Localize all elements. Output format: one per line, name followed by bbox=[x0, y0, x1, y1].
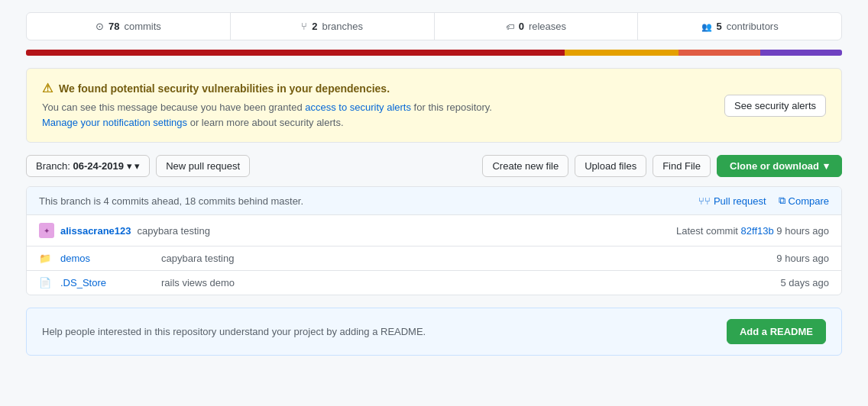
stats-bar: 78 commits 2 branches 0 releases 5 contr… bbox=[26, 12, 842, 40]
alert-body-line2-suffix: or learn more about security alerts. bbox=[187, 117, 343, 128]
alert-body-middle: for this repository. bbox=[411, 102, 492, 113]
commits-count: 78 bbox=[108, 21, 119, 32]
see-security-alerts-button[interactable]: See security alerts bbox=[724, 95, 826, 117]
author-link[interactable]: alissacrane123 bbox=[60, 225, 131, 237]
contributors-label: contributors bbox=[727, 21, 779, 32]
file-name-demos[interactable]: demos bbox=[60, 253, 152, 264]
warning-icon: ⚠ bbox=[42, 81, 53, 95]
commits-stat[interactable]: 78 commits bbox=[27, 13, 231, 40]
notification-settings-link[interactable]: Manage your notification settings bbox=[42, 117, 187, 128]
table-row: 📁 demos capybara testing 9 hours ago bbox=[27, 246, 841, 271]
branch-chevron-icon: ▾ bbox=[127, 160, 141, 172]
new-pull-request-button[interactable]: New pull request bbox=[156, 155, 250, 177]
security-alerts-link[interactable]: access to security alerts bbox=[305, 102, 411, 113]
alert-title: ⚠ We found potential security vulnerabil… bbox=[42, 81, 724, 95]
readme-banner-text: Help people interested in this repositor… bbox=[42, 326, 426, 337]
latest-commit-row: ✦ alissacrane123 capybara testing Latest… bbox=[27, 215, 841, 246]
branch-status-left: This branch is 4 commits ahead, 18 commi… bbox=[39, 195, 303, 207]
file-icon: 📄 bbox=[39, 277, 51, 288]
branch-status-message: This branch is 4 commits ahead, 18 commi… bbox=[39, 195, 303, 207]
contributors-icon bbox=[701, 21, 712, 32]
find-file-button[interactable]: Find File bbox=[653, 155, 711, 177]
branch-selector[interactable]: Branch: 06-24-2019 ▾ bbox=[26, 155, 150, 177]
commit-message: capybara testing bbox=[138, 225, 210, 237]
file-time-demos: 9 hours ago bbox=[776, 253, 829, 264]
contributors-count: 5 bbox=[717, 21, 722, 32]
pullreq-icon: ⑂ bbox=[698, 195, 711, 207]
toolbar-right: Create new file Upload files Find File C… bbox=[482, 155, 842, 177]
branches-icon bbox=[301, 21, 307, 32]
upload-files-button[interactable]: Upload files bbox=[575, 155, 646, 177]
clone-label: Clone or download bbox=[730, 160, 819, 172]
language-bar bbox=[26, 50, 842, 56]
file-desc-ds-store: rails views demo bbox=[161, 277, 771, 288]
file-name-ds-store[interactable]: .DS_Store bbox=[60, 277, 152, 288]
folder-icon: 📁 bbox=[39, 253, 51, 264]
commits-label: commits bbox=[124, 21, 160, 32]
contributors-stat[interactable]: 5 contributors bbox=[638, 13, 841, 40]
add-readme-button[interactable]: Add a README bbox=[727, 319, 826, 344]
releases-count: 0 bbox=[519, 21, 524, 32]
alert-content: ⚠ We found potential security vulnerabil… bbox=[42, 81, 724, 130]
file-time-ds-store: 5 days ago bbox=[780, 277, 829, 288]
branch-prefix: Branch: bbox=[36, 160, 70, 172]
compare-icon: ⧉ bbox=[779, 195, 785, 207]
commit-hash-link[interactable]: 82ff13b bbox=[741, 225, 774, 237]
commits-icon bbox=[96, 21, 104, 32]
branch-status-bar: This branch is 4 commits ahead, 18 commi… bbox=[27, 187, 841, 215]
security-alert-banner: ⚠ We found potential security vulnerabil… bbox=[26, 68, 842, 143]
alert-body-prefix: You can see this message because you hav… bbox=[42, 102, 305, 113]
clone-chevron-icon: ▾ bbox=[824, 160, 829, 172]
releases-label: releases bbox=[529, 21, 566, 32]
branches-label: branches bbox=[322, 21, 363, 32]
releases-stat[interactable]: 0 releases bbox=[435, 13, 639, 40]
pull-request-label: Pull request bbox=[714, 195, 766, 207]
releases-icon bbox=[506, 21, 514, 32]
repo-toolbar: Branch: 06-24-2019 ▾ New pull request Cr… bbox=[26, 155, 842, 177]
commit-meta: Latest commit 82ff13b 9 hours ago bbox=[676, 225, 829, 237]
compare-link[interactable]: ⧉ Compare bbox=[779, 195, 829, 207]
avatar: ✦ bbox=[39, 223, 54, 238]
commit-hash-label: Latest commit bbox=[676, 225, 738, 237]
clone-or-download-button[interactable]: Clone or download ▾ bbox=[717, 155, 842, 177]
readme-banner: Help people interested in this repositor… bbox=[26, 308, 842, 356]
branches-stat[interactable]: 2 branches bbox=[231, 13, 435, 40]
compare-label: Compare bbox=[789, 195, 829, 207]
file-table: This branch is 4 commits ahead, 18 commi… bbox=[26, 186, 842, 295]
branch-name: 06-24-2019 bbox=[73, 160, 124, 172]
alert-body: You can see this message because you hav… bbox=[42, 100, 724, 130]
pull-request-link[interactable]: ⑂ Pull request bbox=[698, 195, 766, 207]
commit-time: 9 hours ago bbox=[776, 225, 829, 237]
file-desc-demos: capybara testing bbox=[161, 253, 767, 264]
branch-status-right: ⑂ Pull request ⧉ Compare bbox=[698, 195, 829, 207]
commit-author: ✦ alissacrane123 capybara testing bbox=[39, 223, 210, 238]
table-row: 📄 .DS_Store rails views demo 5 days ago bbox=[27, 271, 841, 295]
alert-title-text: We found potential security vulnerabilit… bbox=[59, 82, 390, 95]
branches-count: 2 bbox=[312, 21, 317, 32]
toolbar-left: Branch: 06-24-2019 ▾ New pull request bbox=[26, 155, 250, 177]
create-new-file-button[interactable]: Create new file bbox=[482, 155, 568, 177]
